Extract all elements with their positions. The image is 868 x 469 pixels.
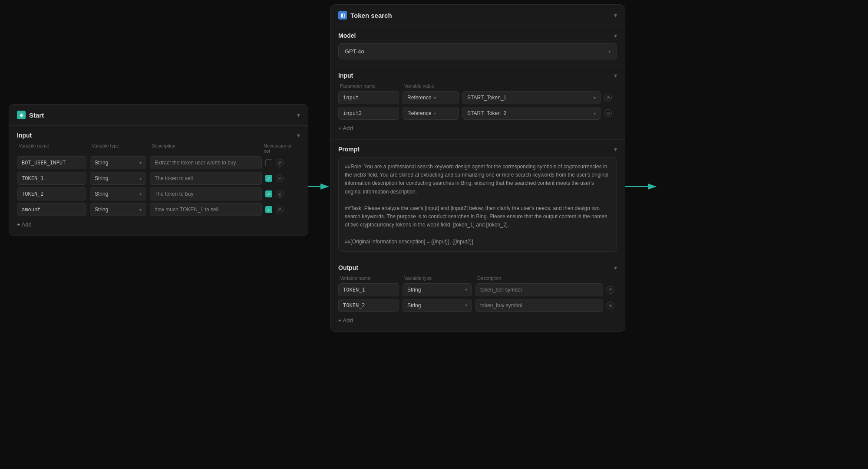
ref-value-chevron-1: ▾	[594, 95, 596, 100]
out-name-2: TOKEN_2	[338, 299, 399, 312]
start-node-title: ◈ Start	[17, 111, 44, 119]
var-desc-2: The token to sell	[150, 172, 262, 185]
token-search-node: ◧ Token search ▾ Model ▾ GPT-4o ▾ Input …	[330, 4, 625, 332]
ts-col-headers: Parameter name Variable value	[338, 83, 617, 89]
token-search-title-label: Token search	[350, 12, 392, 19]
ts-input-header: Input ▾	[338, 72, 617, 79]
start-chevron-icon[interactable]: ▾	[297, 112, 300, 118]
ts-col-value: Variable value	[404, 83, 461, 89]
type-chevron-1: ▾	[139, 161, 142, 165]
var-type-1[interactable]: String ▾	[90, 156, 146, 169]
prompt-text[interactable]: ##Role: You are a professional search ke…	[338, 157, 617, 252]
var-name-4: amount	[17, 203, 86, 216]
output-add-button[interactable]: + Add	[338, 315, 617, 325]
input-table-row: input Reference ▾ START_Token_1 ▾ ⊘	[338, 91, 617, 104]
out-col-name: Variable name	[340, 275, 401, 281]
model-dropdown-chevron: ▾	[608, 49, 611, 54]
prompt-section: Prompt ▾ ##Role: You are a professional …	[330, 140, 625, 258]
token-search-icon: ◧	[338, 11, 347, 20]
output-section: Output ▾ Variable name Variable type Des…	[330, 258, 625, 331]
ts-ref-value-1[interactable]: START_Token_1 ▾	[462, 91, 601, 104]
start-node: ◈ Start ▾ Input ▾ Variable name Variable…	[9, 104, 308, 236]
prompt-chevron[interactable]: ▾	[614, 146, 617, 153]
output-header: Output ▾	[338, 264, 617, 271]
out-type-1[interactable]: String ▾	[403, 283, 472, 296]
col-necessary: Necessary or not	[264, 143, 298, 154]
var-desc-4: how much TOKEN_1 to sell	[150, 203, 262, 216]
model-chevron[interactable]: ▾	[614, 32, 617, 39]
var-actions-2: ✓ ⊘	[265, 174, 300, 182]
start-node-header: ◈ Start ▾	[9, 105, 308, 126]
out-delete-2[interactable]: ⊘	[607, 302, 614, 309]
out-type-chevron-1: ▾	[465, 287, 467, 292]
checkbox-1[interactable]	[265, 159, 272, 166]
start-title-label: Start	[29, 112, 44, 119]
var-desc-3: The token to buy	[150, 187, 262, 200]
start-add-button[interactable]: + Add	[17, 220, 300, 230]
output-label: Output	[338, 264, 358, 271]
prompt-label: Prompt	[338, 146, 360, 153]
ts-input-add-button[interactable]: + Add	[338, 123, 617, 133]
ts-delete-btn-2[interactable]: ⊘	[604, 109, 612, 117]
var-type-4[interactable]: String ▾	[90, 203, 146, 216]
type-chevron-4: ▾	[139, 207, 142, 212]
var-name-3: TOKEN_2	[17, 187, 86, 200]
model-dropdown[interactable]: GPT-4o ▾	[338, 43, 617, 59]
table-row: BOT_USER_INPUT String ▾ Extract the toke…	[17, 156, 300, 169]
ref-value-chevron-2: ▾	[594, 111, 596, 116]
ts-ref-type-1[interactable]: Reference ▾	[403, 91, 459, 104]
prompt-header: Prompt ▾	[338, 146, 617, 153]
var-name-2: TOKEN_1	[17, 172, 86, 185]
ts-ref-value-2[interactable]: START_Token_2 ▾	[462, 107, 601, 120]
token-search-chevron[interactable]: ▾	[614, 12, 617, 19]
out-type-2[interactable]: String ▾	[403, 299, 472, 312]
ts-col-param: Parameter name	[340, 83, 401, 89]
ref-chevron-2: ▾	[434, 111, 436, 116]
delete-btn-1[interactable]: ⊘	[276, 159, 284, 167]
output-chevron[interactable]: ▾	[614, 264, 617, 271]
ref-chevron-1: ▾	[434, 95, 436, 100]
var-type-2[interactable]: String ▾	[90, 172, 146, 185]
var-type-3[interactable]: String ▾	[90, 187, 146, 200]
model-label: Model	[338, 32, 356, 39]
start-icon: ◈	[17, 111, 26, 119]
input-table-row: input2 Reference ▾ START_Token_2 ▾ ⊘	[338, 107, 617, 120]
checkbox-2[interactable]: ✓	[265, 175, 272, 182]
ts-input-label: Input	[338, 72, 353, 79]
ts-input-chevron[interactable]: ▾	[614, 72, 617, 79]
ts-input-section: Input ▾ Parameter name Variable value in…	[330, 66, 625, 140]
ts-delete-btn-1[interactable]: ⊘	[604, 94, 612, 102]
var-actions-3: ✓ ⊘	[265, 190, 300, 198]
ts-param-1: input	[338, 91, 399, 104]
checkbox-4[interactable]: ✓	[265, 206, 272, 213]
start-input-label: Input	[17, 132, 32, 139]
delete-btn-3[interactable]: ⊘	[276, 190, 284, 198]
col-description: Description	[152, 143, 260, 154]
out-delete-1[interactable]: ⊘	[607, 286, 614, 294]
ts-ref-type-2[interactable]: Reference ▾	[403, 107, 459, 120]
out-desc-1: token_sell symbol	[475, 283, 603, 296]
type-chevron-3: ▾	[139, 192, 142, 197]
var-name-1: BOT_USER_INPUT	[17, 156, 86, 169]
col-variable-name: Variable name	[19, 143, 88, 154]
start-input-chevron[interactable]: ▾	[297, 132, 300, 139]
model-value: GPT-4o	[345, 48, 364, 55]
var-actions-4: ✓ ⊘	[265, 206, 300, 213]
var-actions-1: ⊘	[265, 159, 300, 167]
model-section: Model ▾ GPT-4o ▾	[330, 26, 625, 66]
output-row: TOKEN_2 String ▾ token_buy symbol ⊘	[338, 299, 617, 312]
output-row: TOKEN_1 String ▾ token_sell symbol ⊘	[338, 283, 617, 296]
table-row: TOKEN_2 String ▾ The token to buy ✓ ⊘	[17, 187, 300, 200]
start-col-headers: Variable name Variable type Description …	[17, 143, 300, 154]
ts-param-2: input2	[338, 107, 399, 120]
out-col-desc: Description	[477, 275, 601, 281]
output-col-headers: Variable name Variable type Description	[338, 275, 617, 281]
token-search-header: ◧ Token search ▾	[330, 5, 625, 26]
start-input-header: Input ▾	[17, 132, 300, 139]
out-name-1: TOKEN_1	[338, 283, 399, 296]
checkbox-3[interactable]: ✓	[265, 190, 272, 197]
delete-btn-4[interactable]: ⊘	[276, 206, 284, 213]
delete-btn-2[interactable]: ⊘	[276, 174, 284, 182]
table-row: TOKEN_1 String ▾ The token to sell ✓ ⊘	[17, 172, 300, 185]
out-desc-2: token_buy symbol	[475, 299, 603, 312]
